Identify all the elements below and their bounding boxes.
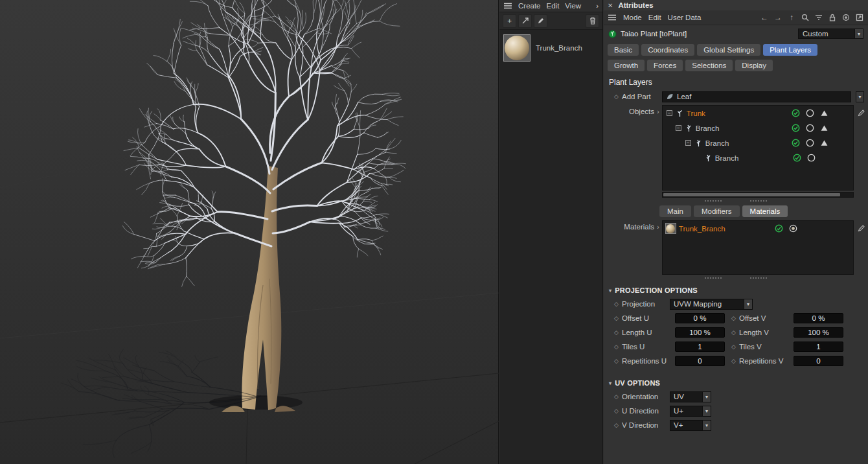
param-handle-icon: ◇ (614, 343, 622, 350)
edit-pencil-icon[interactable] (858, 224, 865, 233)
tab-basic[interactable]: Basic (608, 44, 639, 56)
tree-item-branch-2[interactable]: − Branch (663, 135, 853, 150)
trash-icon[interactable] (586, 14, 599, 28)
projection-dropdown[interactable]: UVW Mapping ▾ (670, 299, 753, 310)
collapse-toggle-icon[interactable]: − (676, 125, 681, 131)
tiles-v-field[interactable]: 1 (794, 342, 843, 352)
tab-plant-layers[interactable]: Plant Layers (763, 44, 817, 56)
projection-options-header[interactable]: ▾ PROJECTION OPTIONS (604, 281, 868, 297)
state-circle-icon[interactable] (806, 139, 814, 147)
lock-icon[interactable] (828, 13, 837, 22)
filter-icon[interactable] (814, 13, 823, 22)
hamburger-menu-icon[interactable] (503, 1, 512, 10)
enabled-check-icon[interactable] (775, 224, 783, 233)
menu-mode[interactable]: Mode (623, 14, 642, 21)
menu-view[interactable]: View (565, 2, 581, 10)
menu-user-data[interactable]: User Data (668, 14, 702, 21)
state-circle-icon[interactable] (806, 124, 814, 132)
expander-icon[interactable]: › (656, 105, 662, 198)
length-u-field[interactable]: 100 % (675, 327, 725, 338)
state-circle-icon[interactable] (806, 109, 814, 117)
param-row-tiles: ◇ Tiles U 1 ◇ Tiles V 1 (604, 340, 868, 354)
orientation-dropdown[interactable]: UV ▾ (670, 391, 711, 402)
tab-display[interactable]: Display (735, 60, 773, 71)
target-icon[interactable] (841, 13, 851, 22)
texture-tag-icon[interactable] (789, 224, 797, 233)
tree-item-trunk[interactable]: − Trunk (663, 106, 853, 121)
hamburger-menu-icon[interactable] (608, 13, 617, 22)
menu-overflow-icon[interactable]: › (596, 2, 599, 10)
menu-edit[interactable]: Edit (547, 2, 560, 10)
param-handle-icon: ◇ (731, 329, 739, 336)
material-item[interactable]: Trunk_Branch (503, 34, 599, 62)
collapse-toggle-icon[interactable]: − (667, 110, 672, 116)
tree-item-branch-3[interactable]: Branch (663, 150, 853, 165)
dropdown-arrow-icon[interactable]: ▾ (855, 29, 863, 39)
edit-pencil-icon[interactable] (858, 109, 865, 118)
v-direction-value: V+ (674, 421, 683, 429)
materials-list-box[interactable]: Trunk_Branch (662, 220, 854, 275)
arrow-tool-button[interactable] (518, 14, 532, 28)
search-icon[interactable] (801, 13, 810, 22)
v-direction-dropdown[interactable]: V+ ▾ (670, 420, 711, 431)
u-direction-dropdown[interactable]: U+ ▾ (670, 406, 711, 417)
horizontal-scrollbar[interactable] (662, 192, 854, 198)
plant-layers-tree[interactable]: − Trunk − Branch (662, 105, 854, 191)
menu-edit[interactable]: Edit (648, 14, 661, 21)
enabled-check-icon[interactable] (792, 109, 800, 117)
expander-icon[interactable]: › (656, 220, 662, 275)
length-u-label: Length U (622, 329, 675, 336)
projection-options-title: PROJECTION OPTIONS (615, 286, 698, 294)
tiles-u-label: Tiles U (622, 343, 675, 351)
resize-grip[interactable] (604, 198, 868, 203)
add-material-button[interactable]: + (503, 14, 516, 28)
repetitions-u-field[interactable]: 0 (675, 356, 725, 366)
tab-coordinates[interactable]: Coordinates (641, 44, 694, 56)
forward-icon[interactable]: → (773, 13, 782, 22)
repetitions-v-field[interactable]: 0 (794, 356, 843, 366)
offset-v-field[interactable]: 0 % (794, 313, 843, 323)
tree-item-branch-1[interactable]: − Branch (663, 121, 853, 135)
offset-u-label: Offset U (622, 314, 675, 322)
resize-grip[interactable] (604, 275, 868, 281)
uv-options-header[interactable]: ▾ UV OPTIONS (604, 373, 868, 389)
close-icon[interactable]: ✕ (608, 2, 613, 9)
subtab-main[interactable]: Main (659, 205, 691, 217)
add-part-dropdown[interactable]: Leaf (662, 91, 851, 102)
back-icon[interactable]: ← (760, 13, 769, 22)
length-v-field[interactable]: 100 % (794, 327, 843, 338)
enabled-check-icon[interactable] (793, 154, 801, 162)
tab-growth[interactable]: Growth (608, 60, 645, 71)
material-thumbnail[interactable] (503, 34, 531, 62)
collapse-toggle-icon[interactable]: − (685, 140, 691, 146)
attributes-menubar: Mode Edit User Data ← → ↑ (604, 10, 868, 25)
tab-forces[interactable]: Forces (647, 60, 683, 71)
offset-v-label: Offset V (739, 314, 794, 322)
attribute-tabs-row-1: Basic Coordinates Global Settings Plant … (604, 42, 868, 58)
dropdown-arrow-icon[interactable]: ▾ (856, 91, 864, 102)
subtab-materials[interactable]: Materials (742, 205, 788, 217)
section-heading: Plant Layers (604, 73, 868, 89)
state-triangle-icon[interactable] (820, 139, 828, 147)
material-list-item[interactable]: Trunk_Branch (663, 221, 853, 236)
dropdown-arrow-icon: ▾ (744, 299, 752, 309)
menu-create[interactable]: Create (518, 2, 541, 10)
new-window-icon[interactable] (855, 13, 864, 22)
scrollbar-thumb[interactable] (663, 193, 841, 196)
preset-dropdown[interactable]: Custom ▾ (798, 29, 863, 39)
offset-u-field[interactable]: 0 % (675, 313, 725, 323)
enabled-check-icon[interactable] (792, 124, 800, 132)
state-triangle-icon[interactable] (820, 124, 828, 132)
subtab-modifiers[interactable]: Modifiers (694, 205, 740, 217)
enabled-check-icon[interactable] (792, 139, 800, 147)
viewport-3d[interactable] (0, 0, 499, 464)
tab-global-settings[interactable]: Global Settings (697, 44, 760, 56)
tiles-u-field[interactable]: 1 (675, 342, 725, 352)
state-triangle-icon[interactable] (820, 109, 828, 117)
u-direction-row: ◇ U Direction U+ ▾ (604, 404, 868, 418)
up-icon[interactable]: ↑ (787, 13, 796, 22)
material-thumbnail[interactable] (665, 223, 676, 234)
edit-material-button[interactable] (534, 14, 547, 28)
state-circle-icon[interactable] (807, 154, 816, 162)
tab-selections[interactable]: Selections (685, 60, 733, 71)
